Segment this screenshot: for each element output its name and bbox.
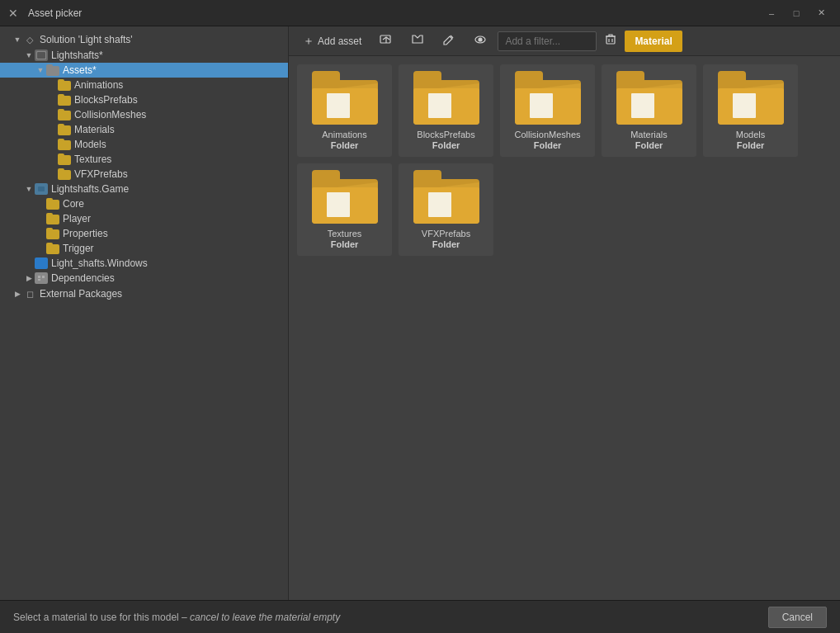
folder-type-blocksprefabs: Folder	[432, 140, 460, 150]
svg-rect-6	[38, 276, 40, 278]
tree-item-animations[interactable]: Animations	[0, 78, 288, 92]
svg-rect-1	[37, 52, 45, 59]
game-icon	[35, 183, 48, 195]
folder-name-collisionmeshes: CollisionMeshes	[514, 130, 580, 139]
tree-panel: ▼ ◇ Solution 'Light shafts' ▼ Lightshaft…	[0, 26, 289, 600]
folder-icon-models	[718, 71, 784, 125]
properties-folder-icon	[46, 228, 59, 239]
ext-packages-icon: ◻	[23, 287, 36, 300]
add-asset-button[interactable]: ＋ Add asset	[295, 31, 369, 52]
import-button[interactable]	[403, 31, 432, 52]
folder-type-animations: Folder	[331, 140, 359, 150]
svg-rect-12	[606, 36, 615, 44]
cancel-button[interactable]: Cancel	[768, 607, 827, 628]
add-asset-label: Add asset	[318, 35, 361, 47]
assets-label: Assets*	[63, 64, 97, 76]
windows-icon	[35, 257, 48, 269]
tree-item-textures[interactable]: Textures	[0, 152, 288, 167]
vfxprefabs-folder-icon	[58, 168, 71, 180]
tree-item-collisionmeshes[interactable]: CollisionMeshes	[0, 107, 288, 122]
folder-icon-vfxprefabs	[413, 170, 479, 224]
ext-arrow: ▶	[12, 290, 23, 298]
view-button[interactable]	[466, 31, 494, 52]
folder-name-animations: Animations	[322, 130, 366, 139]
solution-arrow: ▼	[12, 35, 23, 44]
tree-item-properties[interactable]: Properties	[0, 226, 288, 241]
external-packages-item[interactable]: ▶ ◻ External Packages	[0, 286, 288, 302]
status-cancel-hint: cancel to leave the material empty	[190, 612, 340, 623]
tree-label-materials: Materials	[74, 124, 115, 135]
export-button[interactable]	[372, 31, 400, 52]
folder-name-blocksprefabs: BlocksPrefabs	[417, 130, 474, 139]
assets-arrow: ▼	[35, 66, 46, 74]
tree-item-player[interactable]: Player	[0, 211, 288, 226]
edit-icon	[442, 34, 455, 48]
trash-icon	[605, 34, 616, 48]
main-area: ▼ ◇ Solution 'Light shafts' ▼ Lightshaft…	[0, 26, 840, 600]
view-icon	[474, 34, 487, 48]
bottom-status: Select a material to use for this model …	[13, 612, 340, 623]
folder-collisionmeshes[interactable]: CollisionMeshes Folder	[500, 64, 595, 157]
core-folder-icon	[46, 198, 59, 210]
svg-point-11	[479, 38, 482, 41]
close-button[interactable]: ✕	[810, 5, 832, 21]
restore-button[interactable]: □	[786, 5, 807, 21]
folder-icon-collisionmeshes	[515, 71, 581, 125]
tree-item-trigger[interactable]: Trigger	[0, 241, 288, 256]
svg-rect-7	[42, 276, 45, 278]
minimize-button[interactable]: –	[761, 5, 782, 21]
toolbar: ＋ Add asset	[289, 26, 840, 56]
tree-item-core[interactable]: Core	[0, 196, 288, 211]
folder-materials[interactable]: Materials Folder	[602, 64, 696, 157]
solution-item[interactable]: ▼ ◇ Solution 'Light shafts'	[0, 31, 288, 48]
folder-vfxprefabs[interactable]: VFXPrefabs Folder	[399, 163, 493, 256]
deps-icon	[35, 272, 48, 284]
tree-item-models[interactable]: Models	[0, 137, 288, 152]
tree-label-collisionmeshes: CollisionMeshes	[74, 109, 146, 120]
materials-folder-icon	[58, 124, 71, 135]
tree-item-blocksprefabs[interactable]: BlocksPrefabs	[0, 92, 288, 107]
tree-label-blocksprefabs: BlocksPrefabs	[74, 94, 138, 106]
delete-button[interactable]	[600, 31, 621, 52]
svg-rect-3	[38, 187, 45, 191]
solution-icon: ◇	[23, 33, 36, 46]
tree-label-animations: Animations	[74, 79, 123, 91]
tree-item-vfxprefabs[interactable]: VFXPrefabs	[0, 167, 288, 182]
folder-name-vfxprefabs: VFXPrefabs	[422, 229, 470, 239]
folder-animations[interactable]: Animations Folder	[297, 64, 392, 157]
tree-label-core: Core	[63, 198, 84, 210]
filter-input[interactable]	[498, 31, 597, 51]
textures-folder-icon	[58, 154, 71, 165]
trigger-folder-icon	[46, 243, 59, 254]
lightshafts-game-item[interactable]: ▼ Lightshafts.Game	[0, 182, 288, 196]
svg-rect-8	[38, 279, 40, 281]
tree-label-vfxprefabs: VFXPrefabs	[74, 168, 128, 180]
tree-label-properties: Properties	[63, 228, 108, 239]
folder-models[interactable]: Models Folder	[703, 64, 798, 157]
folder-name-textures: Textures	[328, 229, 362, 239]
folder-blocksprefabs[interactable]: BlocksPrefabs Folder	[399, 64, 493, 157]
tree-label-player: Player	[63, 213, 91, 224]
folder-name-materials: Materials	[630, 130, 668, 139]
windows-item[interactable]: Light_shafts.Windows	[0, 256, 288, 271]
right-panel: ＋ Add asset	[289, 26, 840, 600]
game-arrow: ▼	[23, 185, 35, 193]
solution-label: Solution 'Light shafts'	[40, 34, 133, 45]
edit-button[interactable]	[435, 31, 463, 52]
tree-item-materials[interactable]: Materials	[0, 122, 288, 137]
player-folder-icon	[46, 213, 59, 224]
folder-textures[interactable]: Textures Folder	[297, 163, 392, 256]
collisionmeshes-folder-icon	[58, 109, 71, 120]
lightshafts-label: Lightshafts*	[51, 50, 103, 61]
assets-item[interactable]: ▼ Assets*	[0, 63, 288, 78]
lightshafts-icon	[35, 50, 48, 61]
app-icon: ✕	[8, 7, 21, 20]
folder-type-materials: Folder	[635, 140, 663, 150]
lightshafts-item[interactable]: ▼ Lightshafts*	[0, 48, 288, 63]
material-button[interactable]: Material	[625, 31, 682, 52]
import-icon	[411, 34, 424, 48]
blocksprefabs-folder-icon	[58, 94, 71, 106]
window-controls: – □ ✕	[761, 5, 832, 21]
dependencies-item[interactable]: ▶ Dependencies	[0, 271, 288, 286]
external-packages-label: External Packages	[40, 288, 122, 300]
